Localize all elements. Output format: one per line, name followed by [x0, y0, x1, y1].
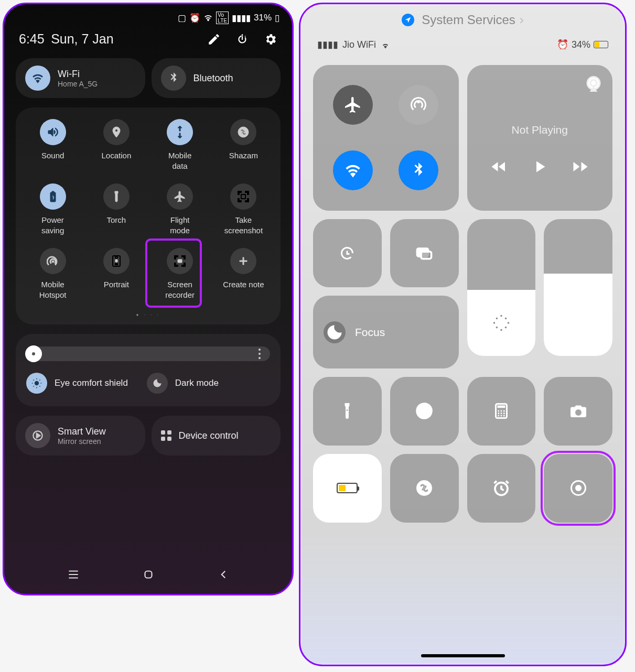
battery-icon: ▯: [275, 13, 279, 24]
play-icon: [530, 157, 549, 176]
recents-button[interactable]: [67, 568, 80, 581]
ios-control-center: System Services › ▮▮▮▮ Jio WiFi ⏰ 34% No…: [299, 3, 627, 666]
timer[interactable]: [390, 377, 459, 446]
tile-mobile-hotspot[interactable]: MobileHotspot: [24, 248, 82, 300]
home-button[interactable]: [142, 568, 155, 581]
chevron-right-icon: ›: [520, 13, 524, 27]
svg-marker-5: [37, 433, 40, 438]
grid-icon: [161, 430, 171, 441]
edit-icon[interactable]: [207, 32, 221, 46]
dark-mode-toggle[interactable]: Dark mode: [147, 373, 219, 394]
calculator[interactable]: [467, 377, 536, 446]
svg-point-3: [35, 381, 39, 385]
brightness-panel: Eye comfort shield Dark mode: [16, 334, 281, 406]
svg-rect-6: [145, 571, 152, 578]
svg-point-11: [498, 320, 504, 326]
bluetooth-tile[interactable]: Bluetooth: [152, 58, 281, 98]
alarm-icon: ⏰: [557, 39, 568, 50]
volte-icon: VoLTE: [216, 12, 229, 24]
cast-icon: [25, 423, 50, 448]
tile-screen-recorder[interactable]: Screenrecorder: [150, 248, 209, 300]
brightness-slider[interactable]: [26, 346, 270, 361]
settings-icon[interactable]: [264, 32, 277, 46]
clock-date: 6:45 Sun, 7 Jan: [19, 31, 114, 47]
battery-percent: 34%: [572, 39, 590, 50]
svg-point-22: [500, 415, 502, 417]
nav-bar: [4, 568, 292, 581]
rewind-icon: [489, 157, 508, 176]
wifi-icon: [380, 39, 391, 50]
tile-flight-mode[interactable]: Flightmode: [150, 183, 209, 235]
svg-point-20: [503, 413, 505, 414]
signal-icon: ▮▮▮▮: [232, 13, 251, 24]
svg-rect-14: [497, 406, 505, 408]
tile-shazam[interactable]: Shazam: [214, 119, 273, 171]
forward-icon: [571, 157, 590, 176]
volume-slider[interactable]: [544, 219, 612, 356]
tile-sound[interactable]: Sound: [24, 119, 82, 171]
wifi-tile[interactable]: Wi-Fi Home A_5G: [16, 58, 145, 98]
wifi-icon: [25, 66, 50, 91]
brightness-slider[interactable]: [467, 219, 536, 356]
svg-point-18: [498, 413, 499, 414]
back-button[interactable]: [217, 568, 230, 581]
wifi-toggle[interactable]: [333, 150, 373, 190]
tile-power-saving[interactable]: Powersaving: [24, 183, 82, 235]
airplane-toggle[interactable]: [333, 85, 373, 125]
battery-icon: [594, 41, 608, 48]
airplay-icon: [584, 74, 603, 95]
media-player[interactable]: Not Playing: [467, 65, 613, 211]
svg-point-17: [503, 410, 505, 412]
camera[interactable]: [544, 377, 612, 446]
svg-point-23: [503, 415, 505, 417]
tile-mobile-data[interactable]: Mobiledata: [150, 119, 209, 171]
connectivity-group: [313, 65, 459, 211]
battery-percent: 31%: [254, 13, 272, 23]
svg-point-16: [500, 410, 502, 412]
more-icon[interactable]: [259, 349, 261, 359]
tile-take-screenshot[interactable]: Takescreenshot: [214, 183, 273, 235]
tile-create note[interactable]: Create note: [214, 248, 273, 300]
focus-toggle[interactable]: Focus: [313, 296, 459, 368]
screen-record[interactable]: [544, 454, 612, 523]
status-bar: ▢ ⏰ VoLTE ▮▮▮▮ 31% ▯: [4, 4, 292, 24]
screen-mirroring[interactable]: [390, 219, 459, 288]
svg-point-2: [32, 352, 35, 355]
tile-portrait[interactable]: Portrait: [87, 248, 146, 300]
low-power-mode[interactable]: [313, 454, 382, 523]
svg-rect-0: [115, 259, 117, 262]
tile-torch[interactable]: Torch: [87, 183, 146, 235]
home-indicator[interactable]: [421, 654, 505, 657]
svg-rect-10: [421, 252, 432, 259]
svg-point-15: [498, 410, 499, 412]
smart-view-tile[interactable]: Smart View Mirror screen: [16, 416, 145, 456]
brightness-thumb: [25, 345, 42, 362]
power-icon[interactable]: [235, 32, 249, 46]
device-control-tile[interactable]: Device control: [152, 416, 281, 456]
status-bar: ▮▮▮▮ Jio WiFi ⏰ 34%: [300, 27, 625, 56]
signal-icon: ▮▮▮▮: [317, 39, 338, 50]
wifi-icon: [203, 13, 213, 23]
shazam[interactable]: [390, 454, 459, 523]
location-icon: [402, 14, 414, 26]
bluetooth-icon: [161, 66, 186, 91]
svg-point-21: [498, 415, 499, 417]
android-quick-settings: ▢ ⏰ VoLTE ▮▮▮▮ 31% ▯ 6:45 Sun, 7 Jan Wi-…: [3, 3, 294, 595]
moon-icon: [324, 321, 346, 343]
svg-point-19: [500, 413, 502, 414]
cellular-toggle[interactable]: [399, 85, 438, 125]
qs-tiles-panel: SoundLocationMobiledataShazam Powersavin…: [16, 107, 281, 324]
tile-location[interactable]: Location: [87, 119, 146, 171]
page-dots: ● · · ·: [21, 312, 275, 317]
svg-point-8: [590, 80, 597, 86]
flashlight[interactable]: [313, 377, 382, 446]
carrier: Jio WiFi: [342, 39, 376, 50]
breadcrumb[interactable]: System Services ›: [300, 4, 625, 27]
orientation-lock[interactable]: [313, 219, 382, 288]
alarm[interactable]: [467, 454, 536, 523]
bluetooth-toggle[interactable]: [399, 150, 438, 190]
alarm-icon: ⏰: [189, 13, 200, 24]
eye-comfort-toggle[interactable]: Eye comfort shield: [26, 373, 128, 394]
battery-saver-icon: ▢: [178, 13, 186, 24]
qs-header: 6:45 Sun, 7 Jan: [4, 24, 292, 49]
